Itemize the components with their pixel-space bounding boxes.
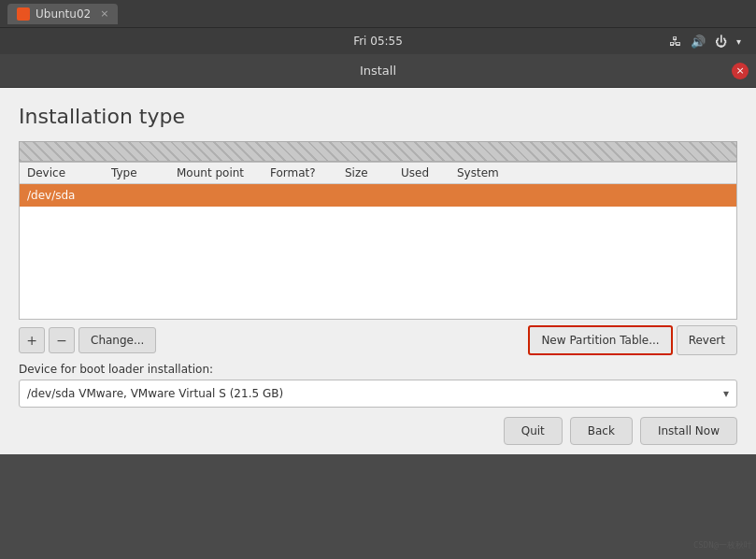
col-size-header: Size	[345, 166, 401, 179]
network-icon[interactable]: 🖧	[669, 35, 681, 49]
volume-icon[interactable]: 🔊	[691, 35, 706, 49]
col-mount-header: Mount point	[177, 166, 270, 179]
add-partition-btn[interactable]: +	[19, 327, 45, 353]
power-icon[interactable]: ⏻	[715, 35, 727, 49]
new-partition-table-btn[interactable]: New Partition Table...	[528, 325, 672, 355]
row-device: /dev/sda	[27, 189, 111, 202]
change-btn[interactable]: Change...	[78, 327, 156, 353]
remove-partition-btn[interactable]: −	[49, 327, 75, 353]
install-header: Install ×	[0, 54, 756, 88]
partition-table: Device Type Mount point Format? Size Use…	[19, 162, 737, 320]
revert-btn[interactable]: Revert	[677, 325, 737, 355]
bootloader-select[interactable]: /dev/sda VMware, VMware Virtual S (21.5 …	[19, 380, 737, 408]
partition-controls: + − Change... New Partition Table... Rev…	[19, 325, 737, 355]
quit-btn[interactable]: Quit	[504, 417, 563, 445]
col-system-header: System	[457, 166, 729, 179]
main-content: Installation type Device Type Mount poin…	[0, 88, 756, 454]
bootloader-value: /dev/sda VMware, VMware Virtual S (21.5 …	[27, 387, 283, 400]
install-now-btn[interactable]: Install Now	[640, 417, 737, 445]
back-btn[interactable]: Back	[570, 417, 633, 445]
topbar-time: Fri 05:55	[353, 35, 403, 48]
install-close-btn[interactable]: ×	[732, 63, 749, 79]
install-title: Install	[360, 64, 396, 78]
col-format-header: Format?	[270, 166, 345, 179]
table-empty-space	[20, 207, 736, 319]
col-used-header: Used	[401, 166, 457, 179]
footer: Quit Back Install Now	[0, 408, 756, 454]
tab-ubuntu02[interactable]: Ubuntu02 ×	[7, 4, 118, 24]
bootloader-label: Device for boot loader installation:	[19, 363, 737, 376]
bootloader-section: Device for boot loader installation: /de…	[19, 363, 737, 408]
watermark: CSDN@一枚秋叶	[693, 539, 752, 552]
table-row[interactable]: /dev/sda	[20, 184, 736, 207]
topbar: Fri 05:55 🖧 🔊 ⏻ ▾	[0, 28, 756, 54]
disk-visual-fill	[20, 142, 736, 161]
tab-icon	[17, 7, 30, 21]
col-type-header: Type	[111, 166, 177, 179]
topbar-icons: 🖧 🔊 ⏻ ▾	[669, 35, 741, 49]
bootloader-arrow-icon: ▾	[723, 387, 729, 400]
chevron-down-icon[interactable]: ▾	[736, 36, 741, 47]
page-title: Installation type	[0, 88, 756, 141]
tab-label: Ubuntu02	[36, 7, 91, 21]
table-header: Device Type Mount point Format? Size Use…	[20, 163, 736, 184]
col-device-header: Device	[27, 166, 111, 179]
tab-close-btn[interactable]: ×	[100, 7, 108, 20]
disk-visual-bar	[19, 141, 737, 162]
title-bar: Ubuntu02 ×	[0, 0, 756, 28]
